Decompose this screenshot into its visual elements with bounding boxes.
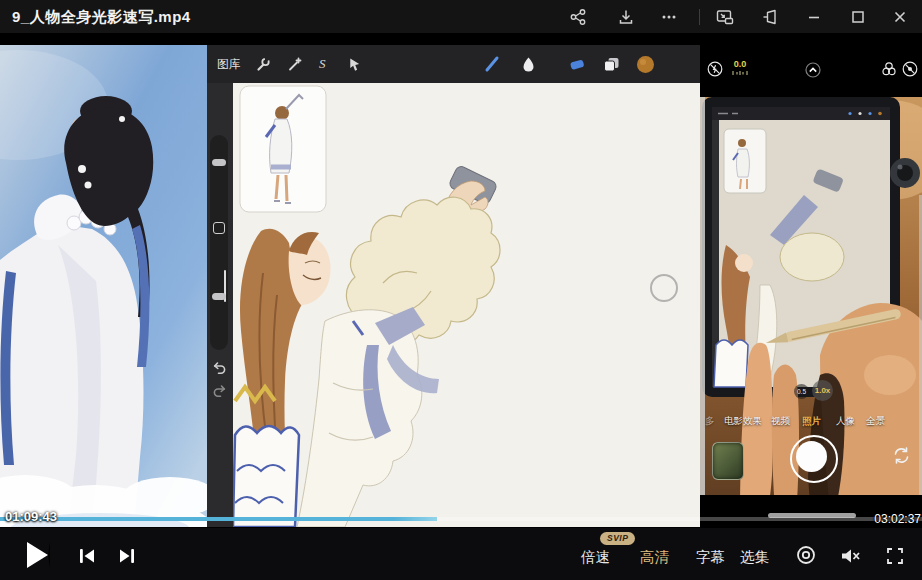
eraser-icon — [568, 54, 586, 74]
layers-icon — [603, 54, 620, 74]
fullscreen-icon[interactable] — [886, 547, 904, 568]
flash-off-icon — [707, 61, 723, 81]
titlebar-divider — [699, 9, 700, 25]
video-player-window: 9_人物全身光影速写.mp4 — [0, 0, 922, 580]
next-button[interactable] — [118, 547, 136, 568]
smart-off-icon — [902, 61, 918, 81]
download-icon[interactable] — [614, 5, 638, 29]
mode-more-partial: 多 — [705, 415, 715, 428]
speed-button[interactable]: 倍速 — [581, 548, 610, 567]
undo-icon — [212, 360, 227, 378]
procreate-canvas — [233, 83, 700, 527]
mode-photo-selected: 照片 — [802, 415, 821, 428]
flip-camera-icon — [892, 446, 911, 469]
transform-arrow-icon — [347, 54, 362, 74]
selection-icon: S — [319, 54, 326, 74]
brush-size-handle — [212, 159, 226, 166]
exposure-value: 0.0 — [730, 60, 750, 69]
modify-button — [213, 222, 225, 234]
canvas-reference-card — [240, 86, 326, 212]
camera-phone-panel: 0.0 0.5 1.0x 多 电影效果 视频 — [700, 45, 922, 527]
episodes-button[interactable]: 选集 — [740, 548, 769, 567]
canvas-artwork — [233, 83, 700, 527]
close-icon[interactable] — [888, 5, 912, 29]
maximize-icon[interactable] — [846, 5, 870, 29]
concentric-circle-icon[interactable] — [796, 545, 816, 568]
titlebar: 9_人物全身光影速写.mp4 — [0, 0, 922, 33]
total-time: 03:02:37 — [874, 512, 921, 526]
more-icon[interactable] — [657, 5, 681, 29]
minimize-icon[interactable] — [802, 5, 826, 29]
current-time: 01:09:43 — [5, 509, 57, 524]
mode-panorama: 全景 — [866, 415, 885, 428]
video-title: 9_人物全身光影速写.mp4 — [12, 0, 191, 33]
filter-icon — [881, 61, 897, 81]
opacity-handle — [212, 293, 226, 300]
color-swatch — [636, 54, 655, 74]
mode-cinematic: 电影效果 — [724, 415, 762, 428]
progress-bar[interactable] — [0, 517, 922, 521]
procreate-app-panel: 图库 S — [207, 45, 700, 527]
procreate-toolbar: 图库 S — [207, 45, 700, 85]
smudge-icon — [520, 54, 537, 74]
shutter-button — [790, 435, 838, 483]
gallery-thumbnail — [712, 442, 744, 480]
zoom-1x-button: 1.0x — [812, 380, 833, 401]
previous-button[interactable] — [78, 547, 96, 568]
redo-icon — [212, 383, 227, 401]
share-icon[interactable] — [566, 5, 590, 29]
wrench-icon — [255, 54, 271, 74]
exposure-indicator: 0.0 — [730, 60, 750, 76]
svip-badge: SVIP — [600, 532, 635, 545]
mode-portrait: 人像 — [836, 415, 855, 428]
subtitles-button[interactable]: 字幕 — [696, 548, 725, 567]
procreate-sidebar — [207, 83, 233, 527]
brush-size-slider — [210, 135, 228, 350]
play-button[interactable] — [27, 542, 50, 568]
video-viewport[interactable]: 图库 S — [0, 33, 922, 528]
mode-video: 视频 — [771, 415, 790, 428]
muted-volume-icon[interactable] — [840, 547, 860, 568]
brush-icon — [483, 54, 501, 74]
progress-fill — [0, 517, 437, 521]
floating-circle-widget — [650, 274, 678, 302]
collapse-chevron-icon — [805, 62, 821, 82]
always-on-top-icon[interactable] — [758, 5, 782, 29]
reference-photo-panel — [0, 45, 207, 527]
gallery-button: 图库 — [217, 54, 240, 74]
picture-in-picture-icon[interactable] — [713, 5, 737, 29]
player-controls: 倍速 SVIP 高清 字幕 选集 — [0, 528, 922, 580]
adjustments-wand-icon — [287, 54, 303, 74]
quality-button[interactable]: 高清 — [640, 548, 669, 567]
zoom-0-5-button: 0.5 — [794, 384, 809, 399]
